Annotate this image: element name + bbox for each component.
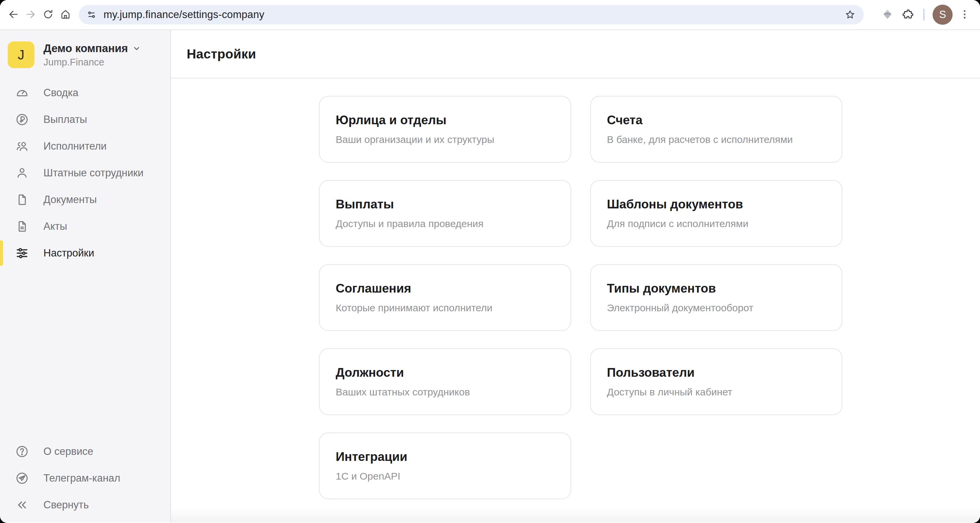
card-tipy-dokumentov[interactable]: Типы документов Электронный документообо… — [590, 264, 842, 331]
card-vyplaty[interactable]: Выплаты Доступы и правила проведения — [319, 180, 571, 247]
bookmark-star-icon[interactable] — [842, 7, 858, 22]
sidebar-item-o-servise[interactable]: О сервисе — [0, 438, 170, 465]
home-icon — [59, 8, 72, 21]
settings-cards-grid: Юрлица и отделы Ваши организации и их ст… — [319, 96, 980, 499]
card-subtitle: Доступы и правила проведения — [336, 218, 571, 229]
card-subtitle: В банке, для расчетов с исполнителями — [607, 134, 842, 145]
card-title: Типы документов — [607, 281, 842, 296]
card-scheta[interactable]: Счета В банке, для расчетов с исполнител… — [590, 96, 842, 163]
sidebar-nav: Сводка Выплаты Исполнители Штатные сотру… — [0, 79, 170, 267]
sidebar-item-svodka[interactable]: Сводка — [0, 79, 170, 106]
card-title: Юрлица и отделы — [336, 113, 571, 127]
card-subtitle: Для подписи с исполнителями — [607, 218, 842, 229]
home-button[interactable] — [57, 7, 73, 23]
toolbar-divider — [923, 9, 924, 21]
card-dolzhnosti[interactable]: Должности Ваших штатных сотрудников — [319, 348, 571, 415]
sliders-icon — [15, 246, 29, 260]
sidebar: J Демо компания Jump.Finance Сводка Выпл… — [0, 30, 171, 522]
help-circle-icon — [15, 445, 29, 459]
profile-avatar[interactable]: S — [932, 5, 953, 25]
person-icon — [15, 166, 29, 180]
back-button[interactable] — [5, 7, 21, 23]
page-title: Настройки — [187, 47, 256, 62]
card-integratsii[interactable]: Интеграции 1С и OpenAPI — [319, 432, 571, 499]
company-name: Демо компания — [43, 42, 128, 55]
dashboard-gauge-icon — [15, 86, 29, 100]
ruble-circle-icon — [15, 113, 29, 127]
card-subtitle: Электронный документооборот — [607, 302, 842, 313]
back-icon — [7, 8, 19, 21]
reload-icon — [42, 8, 54, 21]
page-header: Настройки — [171, 30, 980, 78]
card-title: Шаблоны документов — [607, 197, 842, 211]
sidebar-item-telegram[interactable]: Телеграм-канал — [0, 465, 170, 491]
site-settings-icon[interactable] — [84, 7, 99, 22]
people-icon — [15, 139, 29, 153]
card-shablony-dokumentov[interactable]: Шаблоны документов Для подписи с исполни… — [590, 180, 842, 247]
main-content: Настройки Юрлица и отделы Ваши организац… — [171, 30, 980, 522]
card-soglasheniya[interactable]: Соглашения Которые принимают исполнители — [319, 264, 571, 331]
collapse-icon — [15, 498, 29, 512]
kebab-menu-icon — [959, 8, 970, 21]
url-bar[interactable]: my.jump.finance/settings-company — [79, 5, 864, 24]
sidebar-footer: О сервисе Телеграм-канал Свернуть — [0, 438, 170, 518]
sidebar-spacer — [0, 267, 170, 438]
url-text[interactable]: my.jump.finance/settings-company — [103, 9, 842, 21]
diamond-extension-icon — [881, 8, 894, 22]
extension-diamond-button[interactable] — [879, 6, 896, 23]
card-polzovateli[interactable]: Пользователи Доступы в личный кабинет — [590, 348, 842, 415]
sidebar-item-dokumenty[interactable]: Документы — [0, 186, 170, 213]
document-icon — [15, 193, 29, 207]
sidebar-item-akty[interactable]: Акты — [0, 213, 170, 240]
card-subtitle: Ваши организации и их структуры — [336, 134, 571, 145]
sidebar-item-collapse[interactable]: Свернуть — [0, 491, 170, 518]
app-layout: J Демо компания Jump.Finance Сводка Выпл… — [0, 30, 980, 522]
company-logo: J — [8, 41, 34, 68]
telegram-icon — [15, 471, 29, 485]
company-product: Jump.Finance — [43, 57, 141, 68]
card-title: Интеграции — [336, 450, 571, 464]
company-meta: Демо компания Jump.Finance — [43, 42, 141, 68]
card-title: Должности — [336, 366, 571, 380]
company-switcher[interactable]: J Демо компания Jump.Finance — [0, 30, 170, 68]
browser-toolbar: my.jump.finance/settings-company S — [0, 0, 980, 30]
browser-menu-button[interactable] — [957, 7, 973, 23]
card-subtitle: Доступы в личный кабинет — [607, 386, 842, 398]
forward-button[interactable] — [23, 7, 39, 23]
card-title: Выплаты — [336, 197, 571, 211]
forward-icon — [25, 8, 37, 21]
document-lines-icon — [15, 219, 29, 234]
sidebar-item-nastroyki[interactable]: Настройки — [0, 240, 170, 267]
puzzle-icon — [902, 8, 915, 22]
sidebar-item-shtatnye-sotrudniki[interactable]: Штатные сотрудники — [0, 160, 170, 186]
bottom-fade — [171, 508, 980, 522]
card-title: Счета — [607, 113, 842, 127]
chevron-down-icon — [132, 44, 141, 53]
sidebar-item-vyplaty[interactable]: Выплаты — [0, 106, 170, 133]
card-subtitle: 1С и OpenAPI — [336, 471, 571, 482]
card-title: Пользователи — [607, 366, 842, 380]
card-title: Соглашения — [336, 281, 571, 296]
card-subtitle: Которые принимают исполнители — [336, 302, 571, 313]
browser-window: my.jump.finance/settings-company S J Дем — [0, 0, 980, 523]
extensions-button[interactable] — [900, 6, 916, 23]
reload-button[interactable] — [40, 7, 56, 23]
active-indicator — [0, 240, 3, 266]
sidebar-item-ispolniteli[interactable]: Исполнители — [0, 133, 170, 160]
card-subtitle: Ваших штатных сотрудников — [336, 386, 571, 398]
card-yurlitsa-i-otdely[interactable]: Юрлица и отделы Ваши организации и их ст… — [319, 96, 571, 163]
